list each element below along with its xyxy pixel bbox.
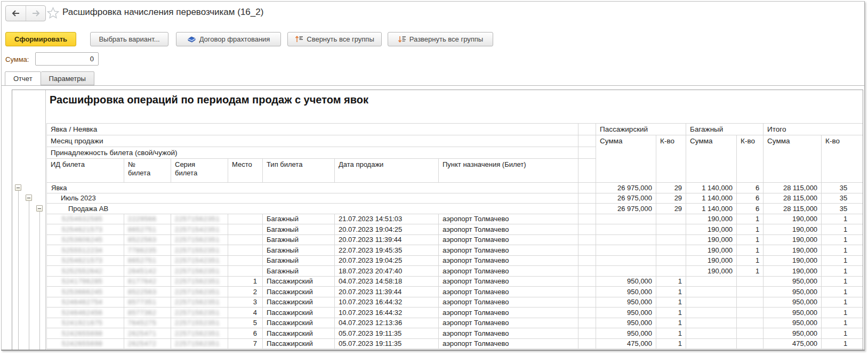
cell: 7645275 <box>124 318 171 328</box>
cell: 26 975,000 <box>596 193 656 204</box>
cell: аэропорт Толмачево <box>439 245 578 256</box>
cell: 22571542351 <box>171 224 228 235</box>
table-row: 5254621573865275122571542351Багажный20.0… <box>47 224 864 235</box>
cell <box>578 224 596 235</box>
cell <box>578 338 596 349</box>
cell <box>578 204 596 214</box>
cell: 1 <box>822 297 863 308</box>
header-total-qty: К-во <box>822 135 863 183</box>
header-ticket-ownership: Принадлежность билета (свой/чужой) <box>47 147 578 159</box>
cell: Багажный <box>263 214 335 224</box>
tab-report[interactable]: Отчет <box>5 71 41 86</box>
generate-button-label: Сформировать <box>14 35 67 43</box>
cell: 950,000 <box>763 276 822 287</box>
header-spacer <box>578 159 596 183</box>
group-expander-level-3[interactable] <box>36 205 43 212</box>
cell: аэропорт Толмачево <box>439 276 578 287</box>
cell: 22571552351 <box>171 245 228 256</box>
cell: 5253666245 <box>47 287 124 297</box>
expand-all-groups-button[interactable]: Развернуть все группы <box>388 32 493 46</box>
cell: 1 <box>822 255 863 266</box>
cell: 950,000 <box>596 308 656 318</box>
cell: Пассажирский <box>263 338 335 349</box>
cell: 22571562351 <box>171 266 228 277</box>
cell: Явка <box>47 183 578 193</box>
cell <box>686 276 737 287</box>
cell: Пассажирский <box>263 318 335 328</box>
header-baggage-sum: Сумма <box>686 135 737 183</box>
cell: 2625471 <box>124 328 171 339</box>
cell: 1 <box>822 328 863 339</box>
cell: 22.07.2023 19:45:35 <box>335 245 439 256</box>
cell: аэропорт Толмачево <box>439 214 578 224</box>
cell: 6 <box>737 193 763 204</box>
cell: аэропорт Толмачево <box>439 328 578 339</box>
table-row: 52426556982625471225715623516Пассажирски… <box>47 328 864 339</box>
cell <box>578 318 596 328</box>
header-passenger-sum: Сумма <box>596 135 656 183</box>
table-row: 5254621573865275122571542351Багажный20.0… <box>47 255 864 266</box>
cell <box>686 328 737 339</box>
cell: 3 <box>228 297 263 308</box>
cell: 20.07.2023 11:39:44 <box>335 287 439 297</box>
cell <box>686 338 737 349</box>
cell: 04.07.2023 14:58:18 <box>335 276 439 287</box>
cell <box>228 245 263 256</box>
cell: 5241796285 <box>47 276 124 287</box>
cell <box>686 308 737 318</box>
group-expander-level-2[interactable] <box>26 195 32 201</box>
cell: 190,000 <box>686 255 737 266</box>
cell <box>596 255 656 266</box>
cell <box>656 255 686 266</box>
cell: 190,000 <box>686 224 737 235</box>
group-expander-level-1[interactable] <box>15 184 21 191</box>
cell <box>578 214 596 224</box>
header-total: Итого <box>763 124 863 135</box>
cell: Багажный <box>263 255 335 266</box>
table-row: 5253606245852256322571562351Багажный20.0… <box>47 234 864 245</box>
cell: 1 <box>656 328 686 339</box>
cell: 1 <box>656 287 686 297</box>
cell: 22571562351 <box>171 328 228 339</box>
cell: 5253606245 <box>47 234 124 245</box>
cell: 8522563 <box>124 287 171 297</box>
expand-all-label: Развернуть все группы <box>409 35 483 43</box>
cell: 190,000 <box>763 214 822 224</box>
tab-parameters[interactable]: Параметры <box>41 71 94 85</box>
sum-input[interactable] <box>35 52 99 66</box>
cell: 8652751 <box>124 224 171 235</box>
cell: 190,000 <box>763 234 822 245</box>
cell <box>228 255 263 266</box>
generate-button[interactable]: Сформировать <box>5 32 76 46</box>
choose-variant-button[interactable]: Выбрать вариант... <box>90 32 168 46</box>
group-row: Продажа АВ26 975,000291 140,000628 115,0… <box>47 204 864 214</box>
cell: 4 <box>228 308 263 318</box>
cell: 1 <box>656 297 686 308</box>
collapse-all-groups-button[interactable]: Свернуть все группы <box>287 32 382 46</box>
header-ticket-series: Серия билета <box>171 159 228 183</box>
cell: 6 <box>737 183 763 193</box>
sum-label: Сумма: <box>5 55 29 63</box>
cell <box>737 287 763 297</box>
cell: 6 <box>228 328 263 339</box>
cell: 950,000 <box>596 297 656 308</box>
forward-button[interactable] <box>26 6 45 21</box>
cell: 10.07.2023 16:44:32 <box>335 297 439 308</box>
cell: 35 <box>822 183 863 193</box>
cell: 20.07.2023 19:04:25 <box>335 224 439 235</box>
cell: 1 <box>656 308 686 318</box>
favorite-star-icon[interactable] <box>47 7 59 19</box>
tab-strip: Отчет Параметры <box>5 71 94 86</box>
report-title: Расшифровка операций по периодам продаж … <box>50 94 368 106</box>
freight-contract-label: Договор фрахтования <box>199 35 270 43</box>
tab-panel-divider <box>2 85 864 86</box>
header-sale-date: Дата продажи <box>335 159 439 183</box>
freight-contract-button[interactable]: Договор фрахтования <box>176 32 281 46</box>
header-passenger-qty: К-во <box>656 135 686 183</box>
back-button[interactable] <box>6 6 26 21</box>
table-row: 52536662458522563225715623512Пассажирски… <box>47 287 864 297</box>
cell: 1 140,000 <box>686 183 737 193</box>
cell: 475,000 <box>763 338 822 349</box>
cell: Багажный <box>263 234 335 245</box>
cell: аэропорт Толмачево <box>439 338 578 349</box>
